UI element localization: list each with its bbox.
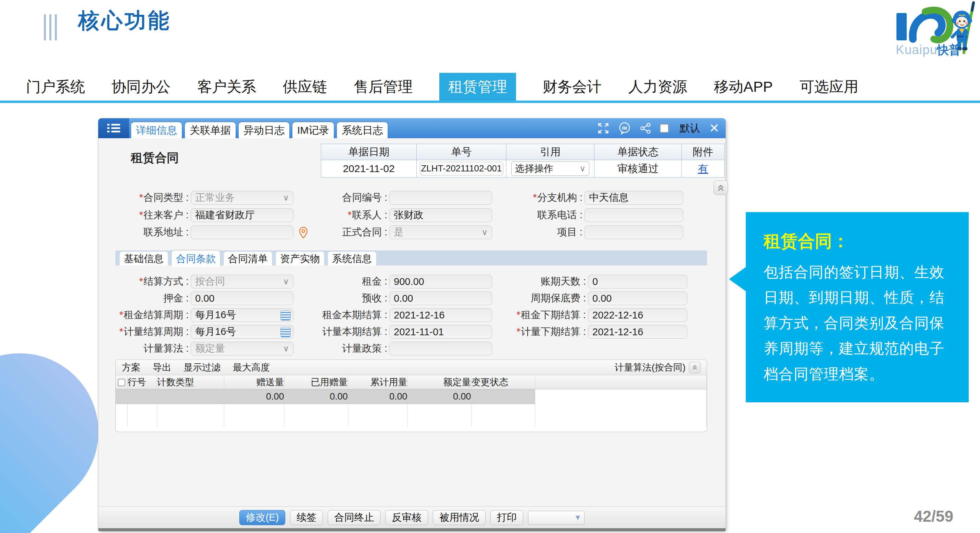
credit-days-input[interactable]: 0 (588, 275, 687, 289)
menu-button[interactable] (98, 118, 129, 138)
toolbar-filter[interactable]: 显示过滤 (183, 361, 221, 374)
default-checkbox[interactable] (660, 124, 669, 133)
contact-input[interactable]: 张财政 (389, 208, 492, 222)
field-meter-cycle: 计量结算周期 每月16号 (103, 325, 293, 339)
measure-table: 行号 计数类型 赠送量 已用赠量 累计用量 额定量 变更状态 0.00 0.00… (116, 375, 707, 427)
tab-system-log[interactable]: 系统日志 (337, 122, 388, 138)
formal-contract-select[interactable]: 是 ∨ (389, 225, 492, 239)
modify-button[interactable]: 修改(E) (239, 510, 286, 525)
window-titlebar: 详细信息 关联单据 异动日志 IM记录 系统日志 IM (98, 118, 725, 138)
collapse-header-button[interactable] (714, 181, 728, 195)
field-rent: 租金 900.00 (302, 275, 492, 289)
usage-status-button[interactable]: 被用情况 (433, 510, 485, 525)
field-label: 联系人 (302, 208, 387, 222)
field-rent-current: 租金本期结算 2021-12-16 (302, 308, 492, 322)
nav-tab-lease[interactable]: 租赁管理 (439, 73, 516, 101)
callout-body: 包括合同的签订日期、生效日期、到期日期、性质，结算方式，合同类别及合同保养周期等… (764, 259, 958, 387)
address-input[interactable] (191, 225, 293, 239)
ref-action-select[interactable]: 选择操作 ∨ (511, 162, 589, 176)
terminate-contract-button[interactable]: 合同终止 (328, 510, 380, 525)
footer-select[interactable]: ▼ (528, 511, 584, 525)
doc-col-ref: 引用 (506, 144, 595, 160)
field-label: 正式合同 (302, 225, 387, 239)
collapse-up-icon (692, 364, 698, 371)
nav-tab-optional[interactable]: 可选应用 (800, 77, 858, 97)
reverse-audit-button[interactable]: 反审核 (385, 510, 428, 525)
field-label: 计量政策 (302, 342, 387, 355)
col-count-type: 计数类型 (157, 375, 224, 389)
field-credit-days: 账期天数 0 (500, 275, 687, 289)
rent-cycle-input[interactable]: 每月16号 (191, 308, 293, 322)
nav-tab-hr[interactable]: 人力资源 (628, 77, 687, 97)
chevron-down-icon: ∨ (481, 227, 488, 237)
subtab-system-info[interactable]: 系统信息 (328, 251, 376, 265)
field-label: 计量结算周期 (103, 325, 189, 339)
subtab-asset-items[interactable]: 资产实物 (276, 251, 324, 265)
phone-input[interactable] (584, 208, 683, 222)
fullscreen-icon[interactable] (598, 122, 609, 134)
meter-current-input[interactable]: 2021-11-01 (389, 325, 492, 339)
tab-detail-info[interactable]: 详细信息 (131, 122, 182, 138)
nav-tab-scm[interactable]: 供应链 (283, 77, 327, 97)
share-icon[interactable] (640, 123, 651, 134)
rent-next-input[interactable]: 2022-12-16 (588, 308, 687, 322)
subtab-contract-terms[interactable]: 合同条款 (172, 251, 220, 267)
tab-im-record[interactable]: IM记录 (293, 122, 334, 138)
contract-type-select[interactable]: 正常业务 ∨ (191, 191, 293, 205)
field-label: 预收 (302, 292, 387, 305)
calendar-icon[interactable] (280, 310, 291, 320)
meter-algo-select[interactable]: 额定量 ∨ (191, 342, 293, 355)
default-label: 默认 (680, 121, 700, 135)
close-icon[interactable]: ✕ (709, 122, 719, 135)
field-address: 联系地址 (103, 225, 293, 239)
print-button[interactable]: 打印 (490, 510, 523, 525)
contract-no-input[interactable] (389, 191, 492, 205)
window-footer: 修改(E) 续签 合同终止 反审核 被用情况 打印 ▼ (98, 506, 725, 528)
rent-current-input[interactable]: 2021-12-16 (389, 308, 492, 322)
calendar-icon[interactable] (280, 327, 291, 337)
field-project: 项目 (497, 225, 683, 239)
project-input[interactable] (584, 225, 683, 239)
nav-tab-portal[interactable]: 门户系统 (26, 77, 85, 97)
titlebar-icons: IM 默认 ✕ (598, 118, 719, 138)
nav-tab-mobile[interactable]: 移动APP (714, 77, 773, 97)
attachment-link[interactable]: 有 (698, 163, 708, 174)
rent-input[interactable]: 900.00 (389, 275, 492, 289)
renew-button[interactable]: 续签 (290, 510, 323, 525)
tab-related-docs[interactable]: 关联单据 (185, 122, 235, 138)
customer-input[interactable]: 福建省财政厅 (191, 208, 293, 222)
collapse-up-icon (717, 184, 725, 192)
im-icon[interactable]: IM (618, 121, 631, 135)
doc-col-date: 单据日期 (321, 144, 417, 160)
field-branch: 分支机构 中天信息 (497, 191, 683, 205)
nav-tab-service[interactable]: 售后管理 (354, 77, 413, 97)
field-label: 联系电话 (497, 208, 582, 222)
grid-toolbar: 方案 导出 显示过滤 最大高度 计量算法(按合同) (116, 360, 707, 375)
deposit-input[interactable]: 0.00 (191, 292, 293, 305)
subtab-contract-list[interactable]: 合同清单 (224, 251, 272, 265)
doc-number-field[interactable]: ZLHT-20211102-001 (420, 162, 503, 176)
meter-policy-input[interactable] (389, 342, 492, 355)
field-prepaid: 预收 0.00 (302, 292, 492, 305)
nav-tab-finance[interactable]: 财务会计 (543, 77, 601, 97)
tab-change-log[interactable]: 异动日志 (239, 122, 290, 138)
period-min-fee-input[interactable]: 0.00 (588, 292, 687, 305)
toolbar-plan[interactable]: 方案 (122, 361, 140, 374)
app-window: 详细信息 关联单据 异动日志 IM记录 系统日志 IM (98, 118, 726, 531)
toolbar-max-height[interactable]: 最大高度 (233, 361, 270, 374)
collapse-grid-button[interactable] (689, 362, 701, 373)
nav-tab-oa[interactable]: 协同办公 (111, 77, 170, 97)
kuaipu-logo: Kuaipu 快普 ® (892, 1, 978, 60)
prepaid-input[interactable]: 0.00 (389, 292, 492, 305)
meter-next-input[interactable]: 2021-12-16 (588, 325, 687, 339)
field-label: 合同编号 (302, 191, 387, 205)
subtab-basic-info[interactable]: 基础信息 (119, 251, 168, 265)
select-all-checkbox[interactable] (118, 379, 125, 386)
meter-cycle-input[interactable]: 每月16号 (191, 325, 293, 339)
nav-tab-crm[interactable]: 客户关系 (197, 77, 256, 97)
doc-col-number: 单号 (417, 144, 506, 160)
branch-input[interactable]: 中天信息 (584, 191, 683, 205)
field-label: 租金本期结算 (302, 308, 387, 322)
settle-mode-select[interactable]: 按合同 ∨ (191, 275, 293, 289)
toolbar-export[interactable]: 导出 (153, 361, 171, 374)
